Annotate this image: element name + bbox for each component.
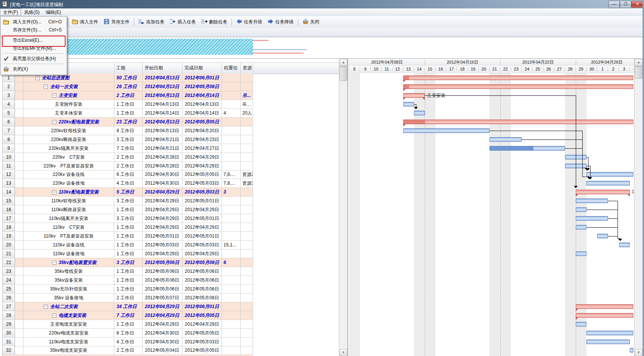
scroll-down-button[interactable]: ▼: [340, 349, 347, 356]
toolbar-button-关闭[interactable]: 关闭: [300, 18, 322, 26]
task-row-10[interactable]: 10220kv CT安装2 工作日2012年04月28日2012年04月29日: [3, 153, 253, 162]
table-cell: 50 工作日: [114, 74, 143, 82]
task-bar-row7[interactable]: [403, 128, 490, 133]
task-row-14[interactable]: 14−110kv配电装置安装5 工作日2012年04月29日2012年05月03…: [3, 188, 253, 197]
menu-file[interactable]: 文件(F): [0, 8, 21, 16]
task-row-30[interactable]: 30220kv电缆支架安装6 工作日2012年04月30日2012年05月05日: [3, 329, 253, 338]
collapse-icon[interactable]: −: [52, 190, 56, 195]
menu-item-关闭(X)[interactable]: 关闭(X): [1, 65, 66, 73]
task-row-29[interactable]: 29主变电缆支架安装1 工作日2012年04月29日2012年04月29日: [3, 320, 253, 329]
task-row-9[interactable]: 9220kv隔离开关安装7 工作日2012年04月21日2012年04月27日: [3, 144, 253, 153]
task-row-15[interactable]: 15110kv软母线安装3 工作日2012年04月29日2012年05月01日: [3, 197, 253, 205]
task-bar-row5[interactable]: [414, 111, 425, 115]
task-bar-row12[interactable]: [586, 172, 633, 177]
summary-bar-row27[interactable]: [576, 304, 633, 309]
toolbar-button-调入文件[interactable]: 调入文件: [69, 18, 101, 26]
task-row-16[interactable]: 16110kv断路器安装1 工作日2012年04月29日2012年04月29日: [3, 205, 253, 214]
task-row-11[interactable]: 11220kv PT及避雷器安装2 工作日2012年04月28日2012年04月…: [3, 162, 253, 171]
gantt-vertical-scrollbar[interactable]: ▲ ▼: [634, 59, 643, 356]
task-row-6[interactable]: 6−220kv配电装置安装23 工作日2012年04月13日2012年05月05…: [3, 118, 253, 126]
minimize-button[interactable]: —: [608, 1, 620, 8]
summary-bar-row1[interactable]: [403, 75, 633, 80]
task-row-21[interactable]: 21110kv 设备接地1 工作日2012年04月29日2012年04月29日: [3, 249, 253, 258]
overview-selection-region[interactable]: [38, 39, 253, 55]
task-bar-row15[interactable]: [576, 199, 608, 203]
collapse-icon[interactable]: −: [52, 313, 56, 318]
task-row-24[interactable]: 2435kv设备安装1 工作日2012年05月06日2012年05月06日: [3, 276, 253, 285]
scrollbar-thumb[interactable]: [635, 66, 642, 79]
task-bar-row18[interactable]: [576, 225, 586, 230]
scroll-up-button[interactable]: ▲: [340, 59, 347, 66]
collapse-icon[interactable]: −: [52, 94, 56, 98]
menu-item-高亮显示父级任务(H)[interactable]: 高亮显示父级任务(H): [1, 55, 66, 63]
task-row-32[interactable]: 3235kv电缆支架安装2 工作日2012年05月04日2012年05月05日: [3, 346, 253, 355]
collapse-icon[interactable]: −: [52, 120, 56, 124]
menu-edit[interactable]: 编辑(E): [43, 8, 64, 16]
task-row-23[interactable]: 2335kv母线安装1 工作日2012年05月06日2012年05月06日: [3, 267, 253, 276]
task-row-31[interactable]: 31110kv电缆支架安装4 工作日2012年04月30日2012年05月03日: [3, 338, 253, 346]
task-bar-row31[interactable]: [586, 340, 630, 344]
task-bar-row16[interactable]: [576, 207, 586, 212]
column-header[interactable]: 完成日期: [182, 63, 222, 73]
collapse-icon[interactable]: −: [44, 305, 48, 309]
task-row-12[interactable]: 12220kv 设备连线6 工作日2012年04月30日2012年05月05日7…: [3, 170, 253, 179]
table-vertical-scrollbar[interactable]: ▲ ▼: [339, 59, 348, 356]
task-row-2[interactable]: 2−全站一次安装26 工作日2012年04月13日2012年05月08日: [3, 82, 253, 91]
task-row-25[interactable]: 2535kv无功补偿安装1 工作日2012年05月06日2012年05月06日: [3, 285, 253, 294]
task-row-27[interactable]: 27−全站二次安装34 工作日2012年04月29日2012年06月01日: [3, 302, 253, 311]
collapse-icon[interactable]: −: [35, 76, 39, 80]
task-bar-row20[interactable]: [619, 243, 630, 247]
table-cell: 6 工作日: [114, 170, 143, 179]
summary-bar-row3[interactable]: [403, 93, 425, 98]
toolbar-button-删除任务[interactable]: 删除任务: [199, 18, 230, 26]
task-row-28[interactable]: 28−电缆支架安装7 工作日2012年04月29日2012年05月05日: [3, 311, 253, 320]
toolbar-button-任务升级[interactable]: 任务升级: [233, 18, 265, 26]
scrollbar-thumb[interactable]: [340, 66, 347, 81]
task-row-13[interactable]: 13220kv 设备接地4 工作日2012年04月30日2012年05月03日7…: [3, 179, 253, 188]
task-row-8[interactable]: 8220kv断路器安装3 工作日2012年04月21日2012年04月23日: [3, 135, 253, 144]
task-row-5[interactable]: 5主变本体安装1 工作日2012年04月14日2012年04月14日420人: [3, 109, 253, 118]
task-bar-row13[interactable]: [586, 181, 630, 185]
task-row-22[interactable]: 22−35kv配电装置安装3 工作日2012年05月06日2012年05月08日…: [3, 258, 253, 267]
task-bar-row29[interactable]: [576, 322, 586, 326]
summary-bar-row6[interactable]: [403, 120, 633, 124]
toolbar-button-另存文件[interactable]: 另存文件: [101, 18, 132, 26]
toolbar-button-任务降级[interactable]: 任务降级: [265, 18, 296, 26]
task-bar-row8[interactable]: [490, 137, 522, 142]
task-bar-row4[interactable]: [403, 102, 414, 107]
task-row-17[interactable]: 17110kv隔离开关安装3 工作日2012年04月29日2012年05月01日: [3, 214, 253, 223]
task-bar-row9[interactable]: [490, 146, 565, 151]
toolbar-button-插入任务[interactable]: 插入任务: [167, 18, 199, 26]
task-bar-row32[interactable]: [630, 348, 633, 353]
column-header[interactable]: 开始日期: [143, 63, 182, 73]
table-cell: 4: [222, 109, 241, 117]
scroll-up-button[interactable]: ▲: [635, 59, 642, 66]
task-row-3[interactable]: 3−主变安装2 工作日2012年04月13日2012年04月14日吊...: [3, 91, 253, 100]
column-header[interactable]: 前置任务: [222, 63, 241, 73]
collapse-icon[interactable]: −: [52, 261, 56, 265]
task-bar-row17[interactable]: [576, 216, 608, 221]
column-header[interactable]: 工期: [114, 63, 143, 73]
table-cell: 2 工作日: [114, 294, 143, 302]
close-button[interactable]: ✕: [631, 1, 644, 8]
task-bar-row21[interactable]: [576, 251, 586, 256]
task-row-19[interactable]: 19110kv PT及避雷器安装1 工作日2012年05月01日2012年05月…: [3, 232, 253, 241]
scroll-down-button[interactable]: ▼: [635, 349, 642, 356]
menu-network[interactable]: 风络(S): [21, 8, 43, 16]
task-bar-row19[interactable]: [597, 234, 608, 238]
restore-button[interactable]: ❐: [620, 1, 631, 8]
task-bar-row30[interactable]: [586, 331, 633, 335]
toolbar-button-添加任务[interactable]: 添加任务: [136, 18, 167, 26]
task-row-26[interactable]: 2635kv 设备接地2 工作日2012年05月07日2012年05月08日: [3, 294, 253, 302]
column-header[interactable]: 资源: [241, 63, 253, 73]
summary-bar-row2[interactable]: [403, 84, 633, 89]
task-row-18[interactable]: 18110kv CT安装1 工作日2012年04月29日2012年04月29日: [3, 223, 253, 232]
collapse-icon[interactable]: −: [44, 85, 48, 89]
task-row-7[interactable]: 7220kv软母线安装8 工作日2012年04月13日2012年04月20日: [3, 126, 253, 135]
task-row-20[interactable]: 20110kv 设备连线1 工作日2012年05月03日2012年05月03日1…: [3, 241, 253, 249]
menu-item-另存文件(S)...[interactable]: 另存文件(S)...Ctrl+S: [1, 26, 66, 34]
summary-bar-row28[interactable]: [576, 313, 633, 318]
task-row-4[interactable]: 4主变附件安装1 工作日2012年04月13日2012年04月13日吊...: [3, 100, 253, 109]
summary-bar-row14[interactable]: [576, 190, 630, 194]
menu-item-调入文件(O)...[interactable]: 调入文件(O)...Ctrl+O: [1, 18, 66, 26]
